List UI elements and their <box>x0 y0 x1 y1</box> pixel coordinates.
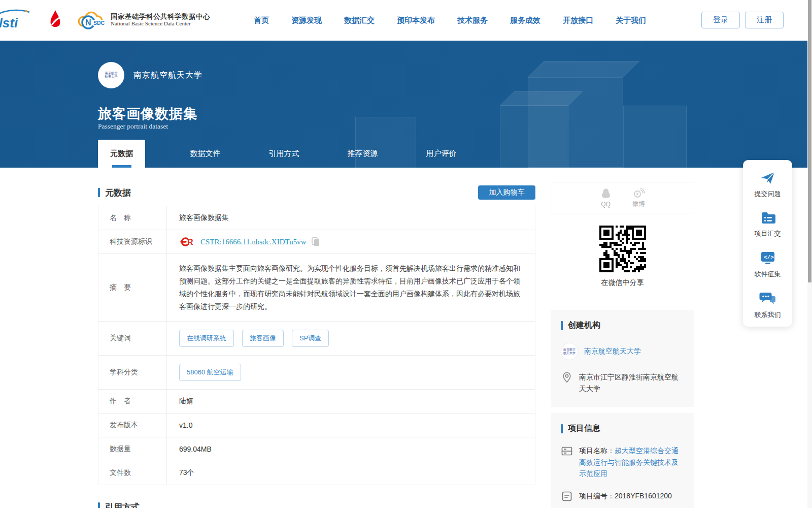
contact-us-button[interactable]: 联系我们 <box>755 291 781 320</box>
share-card: QQ 微博 <box>551 182 694 213</box>
scrollbar-track[interactable] <box>807 0 812 508</box>
metadata-table: 名 称 旅客画像数据集 科技资源标识 R CSTR:16666.11.nbsdc… <box>98 206 535 485</box>
project-name-label: 项目名称： <box>579 447 615 455</box>
share-weibo-button[interactable]: 微博 <box>633 187 645 208</box>
row-label: 作 者 <box>98 390 167 413</box>
nsti-logo: Nsti <box>0 7 32 33</box>
project-name: 项目名称：超大型空港综合交通高效运行与智能服务关键技术及示范应用 <box>579 445 684 479</box>
hero-org-name: 南京航空航天大学 <box>133 70 202 81</box>
nav-data-submission[interactable]: 数据汇交 <box>344 16 375 25</box>
add-to-cart-button[interactable]: 加入购物车 <box>478 185 535 200</box>
svg-text:SDC: SDC <box>93 20 105 26</box>
row-label: 科技资源标识 <box>98 230 167 253</box>
main-nav: 首页 资源发现 数据汇交 预印本发布 技术服务 服务成效 开放接口 关于我们 <box>254 0 646 41</box>
nsdc-name-en: National Basic Science Data Center <box>111 20 210 27</box>
decor-cube-top <box>528 61 639 77</box>
share-weibo-label: 微博 <box>633 200 645 208</box>
row-label: 数据量 <box>98 437 167 461</box>
version-value: v1.0 <box>167 414 535 437</box>
nav-tech-service[interactable]: 技术服务 <box>457 16 488 25</box>
tab-metadata[interactable]: 元数据 <box>98 140 145 168</box>
abstract-value: 旅客画像数据集主要面向旅客画像研究。为实现个性化服务目标，须首先解决机场旅客出行… <box>167 254 535 321</box>
org-avatar: 南京航空航天大学 <box>98 62 124 88</box>
nsdc-logo: N SDC 国家基础学科公共科学数据中心 National Basic Scie… <box>78 8 210 32</box>
citation-section-title: 引用方式 <box>98 501 140 508</box>
location-pin-icon <box>561 371 573 384</box>
wechat-qr-code <box>599 226 646 272</box>
tab-reviews[interactable]: 用户评价 <box>402 140 481 168</box>
tab-recommended[interactable]: 推荐资源 <box>323 140 402 168</box>
register-button[interactable]: 注册 <box>745 12 784 28</box>
table-row: 作 者 陆婧 <box>98 390 535 414</box>
section-accent-bar <box>98 188 100 197</box>
share-qq-button[interactable]: QQ <box>600 188 612 208</box>
red-emblem-logo <box>46 8 65 31</box>
svg-text:</>: </> <box>764 255 774 261</box>
qq-icon <box>600 188 612 199</box>
svg-text:Nsti: Nsti <box>0 15 18 30</box>
svg-text:R: R <box>187 238 193 246</box>
floating-action-panel: 提交问题 项目汇交 </> 软件征集 <box>743 160 792 327</box>
project-info-title: 项目信息 <box>561 423 684 434</box>
table-row: 关键词 在线调研系统 旅客画像 SP调查 <box>98 322 535 356</box>
decor-cube <box>528 77 623 168</box>
cstr-identifier-link[interactable]: CSTR:16666.11.nbsdc.XIDTu5vw <box>200 238 307 246</box>
scrollbar-thumb[interactable] <box>808 0 811 282</box>
cstr-logo-icon: R <box>179 237 195 247</box>
project-code-icon <box>561 490 573 502</box>
contact-us-label: 联系我们 <box>755 310 781 320</box>
chat-bubbles-icon <box>759 291 776 306</box>
nav-preprint[interactable]: 预印本发布 <box>397 16 435 25</box>
nav-home[interactable]: 首页 <box>254 16 269 25</box>
hero-banner: 南京航空航天大学 南京航空航天大学 旅客画像数据集 Passenger port… <box>0 41 812 168</box>
software-collection-button[interactable]: </> 软件征集 <box>755 250 781 279</box>
dataset-title: 旅客画像数据集 <box>98 105 197 123</box>
project-name-icon <box>561 445 573 457</box>
dataset-name-value: 旅客画像数据集 <box>167 206 535 230</box>
software-collection-label: 软件征集 <box>755 270 781 279</box>
table-row: 名 称 旅客画像数据集 <box>98 206 535 230</box>
table-row: 数据量 699.04MB <box>98 437 535 461</box>
weibo-icon <box>633 187 645 198</box>
keyword-chip[interactable]: 在线调研系统 <box>179 330 234 347</box>
creating-institution-title: 创建机构 <box>561 320 684 331</box>
tab-citation[interactable]: 引用方式 <box>245 140 323 168</box>
keyword-chip[interactable]: 旅客画像 <box>242 330 284 347</box>
row-label: 摘 要 <box>98 254 167 321</box>
submit-question-button[interactable]: 提交问题 <box>755 170 781 199</box>
institution-link[interactable]: 南京航空航天大学 <box>584 347 641 356</box>
logo-group: Nsti N SDC 国家基础学科公共 <box>0 7 210 33</box>
wechat-share-caption: 在微信中分享 <box>601 278 644 288</box>
table-row: 发布版本 v1.0 <box>98 414 535 437</box>
project-info-card: 项目信息 项目名称：超大型空港综合交通高效运行与智能服务关键技术及示范应用 <box>551 413 694 508</box>
author-value: 陆婧 <box>167 390 535 413</box>
top-header: Nsti N SDC 国家基础学科公共 <box>0 0 812 41</box>
nav-about-us[interactable]: 关于我们 <box>616 16 646 25</box>
dataset-subtitle: Passenger portrait dataset <box>98 122 168 131</box>
nav-open-api[interactable]: 开放接口 <box>563 16 593 25</box>
row-label: 关键词 <box>98 322 167 355</box>
nav-resource-discovery[interactable]: 资源发现 <box>291 16 322 25</box>
nsdc-name-cn: 国家基础学科公共科学数据中心 <box>111 13 210 21</box>
file-count-value: 73个 <box>167 461 535 485</box>
project-submission-button[interactable]: 项目汇交 <box>755 211 781 238</box>
login-button[interactable]: 登录 <box>701 12 740 28</box>
institution-avatar: 南京航空航天大学 <box>561 343 578 360</box>
project-code-label: 项目编号： <box>579 492 615 500</box>
tab-data-files[interactable]: 数据文件 <box>166 140 245 168</box>
svg-text:N: N <box>85 18 91 27</box>
project-code-value: 2018YFB1601200 <box>615 492 672 500</box>
creating-institution-card: 创建机构 南京航空航天大学 南京航空航天大学 南京市江宁区静淮街南京航空航天大学 <box>551 310 694 407</box>
nav-service-results[interactable]: 服务成效 <box>510 16 540 25</box>
row-label: 学科分类 <box>98 356 167 389</box>
tab-metadata-label: 元数据 <box>110 149 133 158</box>
folder-list-icon <box>760 211 776 225</box>
submit-question-label: 提交问题 <box>755 189 781 199</box>
subject-chip[interactable]: 58060 航空运输 <box>179 364 241 381</box>
keyword-chip[interactable]: SP调查 <box>292 330 329 347</box>
copy-icon[interactable] <box>312 237 320 246</box>
decor-cube <box>623 106 687 168</box>
paper-plane-icon <box>760 170 776 185</box>
data-size-value: 699.04MB <box>167 437 535 461</box>
project-code: 项目编号：2018YFB1601200 <box>579 490 672 502</box>
